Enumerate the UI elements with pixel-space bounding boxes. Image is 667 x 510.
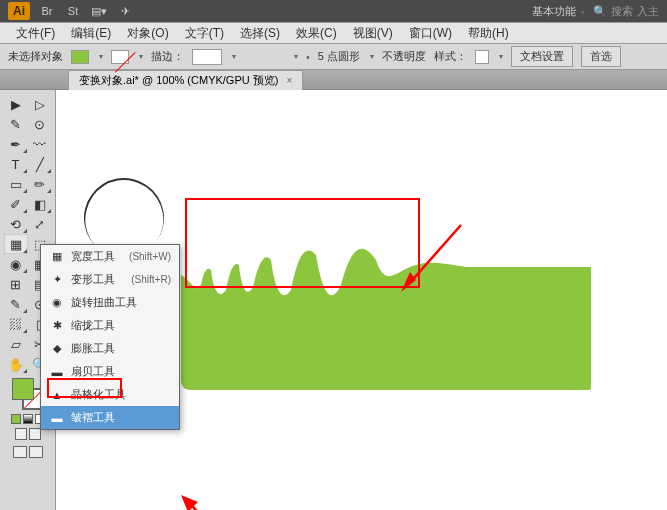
color-mode-solid[interactable] <box>11 414 21 424</box>
menu-type[interactable]: 文字(T) <box>177 25 232 42</box>
flyout-label: 缩拢工具 <box>71 318 115 333</box>
svg-line-2 <box>191 505 261 510</box>
tab-title: 变换对象.ai* @ 100% (CMYK/GPU 预览) <box>79 73 278 88</box>
color-panel[interactable] <box>12 378 44 410</box>
flyout-label: 晶格化工具 <box>71 387 126 402</box>
style-label: 样式： <box>434 49 467 64</box>
fill-color[interactable] <box>12 378 34 400</box>
selection-tool[interactable]: ▶ <box>4 94 28 114</box>
flyout-scallop-tool[interactable]: ▬ 扇贝工具 <box>41 360 179 383</box>
bloat-tool-icon: ◆ <box>49 342 65 356</box>
rotate-tool[interactable]: ⟲ <box>4 214 28 234</box>
flyout-shortcut: (Shift+R) <box>131 274 171 285</box>
flyout-warp-tool[interactable]: ✦ 变形工具 (Shift+R) <box>41 268 179 291</box>
twirl-tool-icon: ◉ <box>49 296 65 310</box>
top-icon-group: Br St ▤▾ ✈ <box>38 2 134 20</box>
magic-wand-tool[interactable]: ✎ <box>4 114 28 134</box>
menu-select[interactable]: 选择(S) <box>232 25 288 42</box>
prefs-button[interactable]: 首选 <box>581 46 621 67</box>
flyout-crystallize-tool[interactable]: ▲ 晶格化工具 <box>41 383 179 406</box>
rectangle-tool[interactable]: ▭ <box>4 174 28 194</box>
doc-setup-button[interactable]: 文档设置 <box>511 46 573 67</box>
flyout-label: 宽度工具 <box>71 249 115 264</box>
type-tool[interactable]: T <box>4 154 28 174</box>
search-box[interactable]: 🔍 搜索 入主 <box>593 4 659 19</box>
eyedropper-tool[interactable]: ✎ <box>4 294 28 314</box>
flyout-shortcut: (Shift+W) <box>129 251 171 262</box>
arrange-icon[interactable]: ▤▾ <box>90 2 108 20</box>
color-mode-gradient[interactable] <box>23 414 33 424</box>
paintbrush-tool[interactable]: ✏ <box>28 174 52 194</box>
annotation-arrow-2 <box>176 490 266 510</box>
stroke-label: 描边： <box>151 49 184 64</box>
screen-mode-full[interactable] <box>29 428 41 440</box>
width-tool[interactable]: ▦ <box>4 234 28 254</box>
style-swatch[interactable] <box>475 50 489 64</box>
warp-tool-flyout: ▦ 宽度工具 (Shift+W) ✦ 变形工具 (Shift+R) ◉ 旋转扭曲… <box>40 244 180 430</box>
lasso-tool[interactable]: ⊙ <box>28 114 52 134</box>
artboard-tool[interactable]: ▱ <box>4 334 28 354</box>
flyout-label: 皱褶工具 <box>71 410 115 425</box>
pen-tool[interactable]: ✒ <box>4 134 28 154</box>
curvature-tool[interactable]: 〰 <box>28 134 52 154</box>
flyout-width-tool[interactable]: ▦ 宽度工具 (Shift+W) <box>41 245 179 268</box>
flyout-wrinkle-tool[interactable]: ▬ 皱褶工具 <box>41 406 179 429</box>
svg-marker-3 <box>181 495 198 510</box>
menu-bar: 文件(F) 编辑(E) 对象(O) 文字(T) 选择(S) 效果(C) 视图(V… <box>0 22 667 44</box>
workspace-switcher[interactable]: 基本功能 ▾ <box>532 4 585 19</box>
app-title-bar: Ai Br St ▤▾ ✈ 基本功能 ▾ 🔍 搜索 入主 <box>0 0 667 22</box>
wrinkle-tool-icon: ▬ <box>49 411 65 425</box>
menu-window[interactable]: 窗口(W) <box>401 25 460 42</box>
screen-mode-normal[interactable] <box>15 428 27 440</box>
draw-mode[interactable] <box>13 446 27 458</box>
line-tool[interactable]: ╱ <box>28 154 52 174</box>
flyout-label: 膨胀工具 <box>71 341 115 356</box>
flyout-bloat-tool[interactable]: ◆ 膨胀工具 <box>41 337 179 360</box>
app-logo: Ai <box>8 2 30 20</box>
crystallize-tool-icon: ▲ <box>49 388 65 402</box>
scallop-tool-icon: ▬ <box>49 365 65 379</box>
selection-label: 未选择对象 <box>8 49 63 64</box>
warp-tool-icon: ✦ <box>49 273 65 287</box>
flyout-pucker-tool[interactable]: ✱ 缩拢工具 <box>41 314 179 337</box>
flyout-label: 旋转扭曲工具 <box>71 295 137 310</box>
control-bar: 未选择对象 ▾ ▾ 描边： ▾ ▾ • 5 点圆形▾ 不透明度 样式： ▾ 文档… <box>0 44 667 70</box>
menu-object[interactable]: 对象(O) <box>119 25 176 42</box>
bridge-icon[interactable]: Br <box>38 2 56 20</box>
reflect-tool[interactable]: ⤢ <box>28 214 52 234</box>
pucker-tool-icon: ✱ <box>49 319 65 333</box>
menu-file[interactable]: 文件(F) <box>8 25 63 42</box>
flyout-label: 扇贝工具 <box>71 364 115 379</box>
stock-icon[interactable]: St <box>64 2 82 20</box>
menu-effect[interactable]: 效果(C) <box>288 25 345 42</box>
pencil-tool[interactable]: ✐ <box>4 194 28 214</box>
document-tab[interactable]: 变换对象.ai* @ 100% (CMYK/GPU 预览) × <box>68 70 303 90</box>
brush-value[interactable]: 5 点圆形 <box>318 49 360 64</box>
menu-edit[interactable]: 编辑(E) <box>63 25 119 42</box>
flyout-twirl-tool[interactable]: ◉ 旋转扭曲工具 <box>41 291 179 314</box>
document-tab-bar: 变换对象.ai* @ 100% (CMYK/GPU 预览) × <box>0 70 667 90</box>
menu-view[interactable]: 视图(V) <box>345 25 401 42</box>
stroke-weight-input[interactable] <box>192 49 222 65</box>
tab-close-button[interactable]: × <box>286 75 292 86</box>
sync-icon[interactable]: ✈ <box>116 2 134 20</box>
shape-builder-tool[interactable]: ◉ <box>4 254 28 274</box>
stroke-swatch[interactable] <box>111 50 129 64</box>
eraser-tool[interactable]: ◧ <box>28 194 52 214</box>
direct-selection-tool[interactable]: ▷ <box>28 94 52 114</box>
artwork-green-shape <box>181 205 591 390</box>
width-tool-icon: ▦ <box>49 250 65 264</box>
flyout-label: 变形工具 <box>71 272 115 287</box>
symbol-sprayer-tool[interactable]: ⛆ <box>4 314 28 334</box>
fill-swatch[interactable] <box>71 50 89 64</box>
hand-tool[interactable]: ✋ <box>4 354 28 374</box>
mesh-tool[interactable]: ⊞ <box>4 274 28 294</box>
menu-help[interactable]: 帮助(H) <box>460 25 517 42</box>
draw-mode-2[interactable] <box>29 446 43 458</box>
opacity-label[interactable]: 不透明度 <box>382 49 426 64</box>
